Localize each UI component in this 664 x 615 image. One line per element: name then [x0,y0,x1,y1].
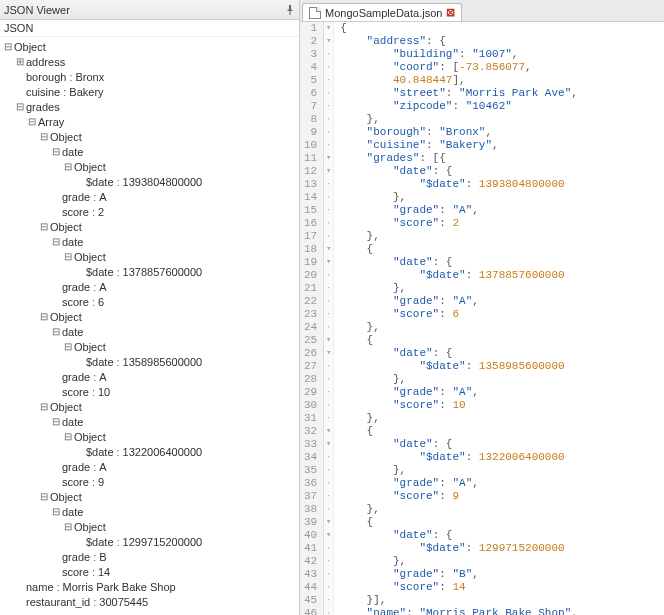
tree-row[interactable]: ⊟Object [2,39,299,54]
code-line[interactable]: "grades": [{ [340,152,664,165]
tree-row[interactable]: ⊟Object [2,129,299,144]
tree-row[interactable]: grade:A [2,459,299,474]
collapse-icon[interactable]: ⊟ [50,506,62,517]
tree-row[interactable]: $date:1299715200000 [2,534,299,549]
code-line[interactable]: "date": { [340,256,664,269]
tree-row[interactable]: ⊟date [2,504,299,519]
expand-icon[interactable]: ⊞ [14,56,26,67]
code-line[interactable]: { [340,334,664,347]
code-line[interactable]: "$date": 1322006400000 [340,451,664,464]
code-editor[interactable]: 1234567891011121314151617181920212223242… [300,22,664,615]
code-line[interactable]: "score": 14 [340,581,664,594]
tree-row[interactable]: $date:1358985600000 [2,354,299,369]
code-line[interactable]: "$date": 1358985600000 [340,360,664,373]
code-line[interactable]: "building": "1007", [340,48,664,61]
collapse-icon[interactable]: ⊟ [50,416,62,427]
tree-row[interactable]: $date:1378857600000 [2,264,299,279]
tree-row[interactable]: ⊟date [2,144,299,159]
code-line[interactable]: }, [340,321,664,334]
tree-row[interactable]: ⊟Object [2,309,299,324]
collapse-icon[interactable]: ⊟ [38,221,50,232]
collapse-icon[interactable]: ⊟ [62,521,74,532]
tree-row[interactable]: ⊟Object [2,339,299,354]
code-line[interactable]: "date": { [340,529,664,542]
tree-row[interactable]: grade:A [2,369,299,384]
collapse-icon[interactable]: ⊟ [38,131,50,142]
code-line[interactable]: { [340,516,664,529]
code-line[interactable]: "grade": "A", [340,386,664,399]
code-line[interactable]: { [340,425,664,438]
fold-toggle-icon[interactable]: ▾ [324,425,333,438]
fold-toggle-icon[interactable]: ▾ [324,243,333,256]
code-line[interactable]: "score": 2 [340,217,664,230]
code-line[interactable]: "street": "Morris Park Ave", [340,87,664,100]
code-line[interactable]: 40.848447], [340,74,664,87]
collapse-icon[interactable]: ⊟ [50,236,62,247]
pin-icon[interactable] [285,5,295,15]
tree-row[interactable]: restaurant_id:30075445 [2,594,299,609]
code-line[interactable]: { [340,22,664,35]
code-line[interactable]: "grade": "A", [340,295,664,308]
tree-row[interactable]: ⊟date [2,414,299,429]
fold-toggle-icon[interactable]: ▾ [324,256,333,269]
collapse-icon[interactable]: ⊟ [62,341,74,352]
code-line[interactable]: }, [340,464,664,477]
code-line[interactable]: }, [340,113,664,126]
code-line[interactable]: "grade": "A", [340,204,664,217]
tree-row[interactable]: score:9 [2,474,299,489]
fold-toggle-icon[interactable]: ▾ [324,438,333,451]
collapse-icon[interactable]: ⊟ [62,431,74,442]
tree-row[interactable]: ⊟Object [2,519,299,534]
tree-row[interactable]: $date:1393804800000 [2,174,299,189]
code-line[interactable]: "$date": 1393804800000 [340,178,664,191]
fold-column[interactable]: ▾▾········▾▾·····▾▾·····▾▾·····▾▾·····▾▾… [324,22,334,615]
collapse-icon[interactable]: ⊟ [38,311,50,322]
json-tree[interactable]: ⊟Object⊞addressborough:Bronxcuisine:Bake… [0,37,299,615]
tree-row[interactable]: ⊟Object [2,399,299,414]
tree-row[interactable]: score:2 [2,204,299,219]
code-line[interactable]: "score": 6 [340,308,664,321]
tree-row[interactable]: ⊟date [2,234,299,249]
code-line[interactable]: "name": "Morris Park Bake Shop", [340,607,664,615]
tree-row[interactable]: ⊟Array [2,114,299,129]
collapse-icon[interactable]: ⊟ [62,161,74,172]
code-line[interactable]: "date": { [340,347,664,360]
collapse-icon[interactable]: ⊟ [38,491,50,502]
collapse-icon[interactable]: ⊟ [14,101,26,112]
code-line[interactable]: "date": { [340,165,664,178]
tree-row[interactable]: $date:1322006400000 [2,444,299,459]
fold-toggle-icon[interactable]: ▾ [324,516,333,529]
code-line[interactable]: "$date": 1378857600000 [340,269,664,282]
code-line[interactable]: "coord": [-73.856077, [340,61,664,74]
code-line[interactable]: }, [340,555,664,568]
tree-row[interactable]: ⊟grades [2,99,299,114]
collapse-icon[interactable]: ⊟ [50,326,62,337]
tree-row[interactable]: grade:A [2,189,299,204]
code-line[interactable]: "cuisine": "Bakery", [340,139,664,152]
collapse-icon[interactable]: ⊟ [50,146,62,157]
code-line[interactable]: }, [340,373,664,386]
fold-toggle-icon[interactable]: ▾ [324,152,333,165]
code-line[interactable]: }], [340,594,664,607]
tree-row[interactable]: ⊞address [2,54,299,69]
code-line[interactable]: }, [340,503,664,516]
code-line[interactable]: "address": { [340,35,664,48]
code-line[interactable]: "grade": "B", [340,568,664,581]
tree-row[interactable]: score:14 [2,564,299,579]
fold-toggle-icon[interactable]: ▾ [324,334,333,347]
tree-row[interactable]: grade:A [2,279,299,294]
tree-row[interactable]: ⊟Object [2,489,299,504]
tree-row[interactable]: score:10 [2,384,299,399]
code-line[interactable]: { [340,243,664,256]
tree-row[interactable]: ⊟Object [2,219,299,234]
close-icon[interactable]: ⊠ [446,6,455,19]
tree-row[interactable]: cuisine:Bakery [2,84,299,99]
tree-row[interactable]: ⊟Object [2,159,299,174]
code-line[interactable]: "zipcode": "10462" [340,100,664,113]
code-line[interactable]: }, [340,282,664,295]
code-line[interactable]: "score": 10 [340,399,664,412]
collapse-icon[interactable]: ⊟ [38,401,50,412]
tree-row[interactable]: ⊟Object [2,429,299,444]
tree-row[interactable]: score:6 [2,294,299,309]
tab-mongosampledata[interactable]: MongoSampleData.json ⊠ [302,3,462,21]
